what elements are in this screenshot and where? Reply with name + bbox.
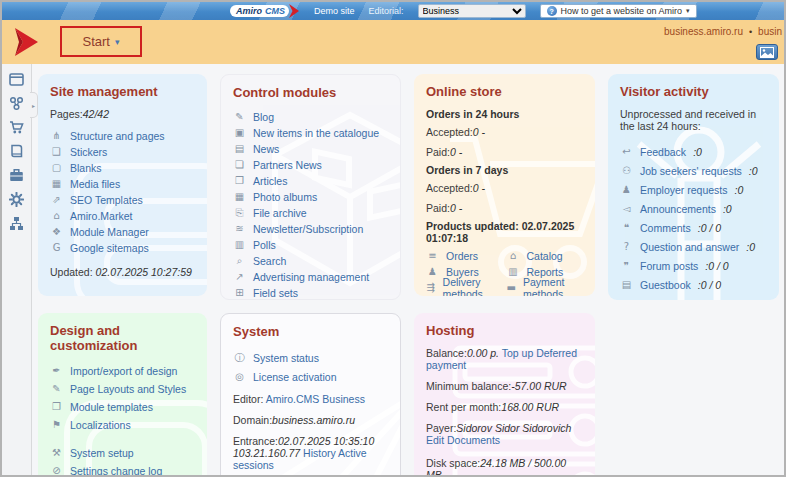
link-catalog[interactable]: ⌂Catalog xyxy=(507,248,584,264)
content-area: ▸ Site management Pages:42/42 ⋔Structure… xyxy=(2,64,784,477)
link-field-sets[interactable]: ⊞Field sets xyxy=(233,285,388,300)
sidebar-item-settings[interactable] xyxy=(9,191,25,207)
chart-icon: ⇗ xyxy=(50,195,63,205)
domain-link[interactable]: business.amiro.ru xyxy=(664,26,743,37)
panel-control-modules: Control modules ✎Blog ▣New items in the … xyxy=(220,74,401,300)
link-system-setup[interactable]: ⚒System setup xyxy=(50,444,195,462)
link-guestbook[interactable]: ▤Guestbook:0 / 0 xyxy=(620,275,767,294)
sidebar-item-structure[interactable] xyxy=(9,215,25,231)
link-file-archive[interactable]: ⎘File archive xyxy=(233,205,388,221)
sidebar-item-pages[interactable] xyxy=(9,143,25,159)
top-up-link[interactable]: Top up xyxy=(502,347,534,359)
link-localizations[interactable]: ⚑Localizations xyxy=(50,416,195,434)
start-menu-button[interactable]: Start ▾ xyxy=(60,26,142,57)
panel-title: System xyxy=(233,324,388,339)
link-google-sitemaps[interactable]: GGoogle sitemaps xyxy=(50,240,195,256)
link-orders[interactable]: ≡Orders xyxy=(426,248,503,264)
link-search[interactable]: ⌕Search xyxy=(233,253,388,269)
link-announcements[interactable]: ◅Announcements:0 xyxy=(620,199,767,218)
panel-design-customization: Design and customization ✒Import/export … xyxy=(38,313,207,477)
link-partners-news[interactable]: ❏Partners News xyxy=(233,157,388,173)
link-module-manager[interactable]: ❖Module Manager xyxy=(50,224,195,240)
documents-link[interactable]: Documents xyxy=(447,434,500,446)
link-payment-methods[interactable]: ▬Payment methods xyxy=(507,280,584,296)
link-page-layouts[interactable]: ✎Page Layouts and Styles xyxy=(50,380,195,398)
link-articles[interactable]: ❐Articles xyxy=(233,173,388,189)
site-domain-links: business.amiro.ru • busin xyxy=(664,26,782,37)
editorial-select[interactable]: Business xyxy=(418,4,526,18)
entrance-row: Entrance:02.07.2025 10:35:10 103.21.160.… xyxy=(233,435,388,471)
link-comments[interactable]: ❝Comments:0 / 0 xyxy=(620,218,767,237)
sitemap-icon xyxy=(9,216,24,231)
flag-icon: ⚑ xyxy=(50,420,63,430)
link-structure-and-pages[interactable]: ⋔Structure and pages xyxy=(50,128,195,144)
panel-title: Design and customization xyxy=(50,323,195,353)
link-job-seekers[interactable]: ⚇Job seekers' requests:0 xyxy=(620,161,767,180)
sidebar-item-modules[interactable] xyxy=(9,95,25,111)
pages-counter: Pages:42/42 xyxy=(50,108,195,120)
google-icon: G xyxy=(50,243,63,253)
link-license-activation[interactable]: ◎License activation xyxy=(233,367,388,386)
link-stickers[interactable]: ❑Stickers xyxy=(50,144,195,160)
link-feedback[interactable]: ↩Feedback:0 xyxy=(620,142,767,161)
link-seo-templates[interactable]: ⇗SEO Templates xyxy=(50,192,195,208)
link-question-answer[interactable]: ?Question and answer:0 xyxy=(620,237,767,256)
link-blanks[interactable]: ▢Blanks xyxy=(50,160,195,176)
separator-dot: • xyxy=(749,27,752,37)
qa-count: :0 xyxy=(746,241,755,253)
link-newsletter[interactable]: ≋Newsletter/Subscription xyxy=(233,221,388,237)
gear-icon xyxy=(9,192,24,207)
link-polls[interactable]: ▥Polls xyxy=(233,237,388,253)
link-blog[interactable]: ✎Blog xyxy=(233,109,388,125)
link-import-export-design[interactable]: ✒Import/export of design xyxy=(50,362,195,380)
modules-icon xyxy=(9,96,24,111)
panel-system: System ⓘSystem status ◎License activatio… xyxy=(220,313,401,477)
card-icon: ▬ xyxy=(507,283,516,293)
sidebar-item-site[interactable] xyxy=(9,71,25,87)
logo-arrow-icon xyxy=(289,4,300,18)
orders-7d-heading: Orders in 7 days xyxy=(426,164,583,176)
link-module-templates[interactable]: ❐Module templates xyxy=(50,398,195,416)
link-delivery-methods[interactable]: ⇶Delivery methods xyxy=(426,280,503,296)
help-button[interactable]: ? How to get a website on Amiro ▾ xyxy=(540,4,697,18)
amiro-cms-logo[interactable]: AmiroCMS xyxy=(230,4,300,18)
logo-cms-text: CMS xyxy=(265,5,289,17)
link-forum-posts[interactable]: ❞Forum posts:0 / 0 xyxy=(620,256,767,275)
rent-row: Rent per month:168.00 RUR xyxy=(426,401,583,413)
start-label: Start xyxy=(83,34,110,49)
editor-row: Editor: Amiro.CMS Business xyxy=(233,393,388,405)
link-media-files[interactable]: ▦Media files xyxy=(50,176,195,192)
sidebar-item-store[interactable] xyxy=(9,119,25,135)
start-bar: Start ▾ business.amiro.ru • busin xyxy=(2,20,784,64)
link-amiro-market[interactable]: ⌂Amiro.Market xyxy=(50,208,195,224)
link-advertising[interactable]: ↗Advertising management xyxy=(233,269,388,285)
panel-site-management: Site management Pages:42/42 ⋔Structure a… xyxy=(38,74,207,296)
domain-link-truncated[interactable]: busin xyxy=(758,26,782,37)
editor-link[interactable]: Amiro.CMS Business xyxy=(266,393,365,405)
edit-link[interactable]: Edit xyxy=(426,434,444,446)
wrench-icon: ⚒ xyxy=(50,448,63,458)
link-news[interactable]: ▤News xyxy=(233,141,388,157)
dashboard-grid: Site management Pages:42/42 ⋔Structure a… xyxy=(32,64,784,477)
guestbook-count: :0 / 0 xyxy=(698,279,721,291)
link-settings-change-log[interactable]: ⊘Settings change log xyxy=(50,462,195,477)
people-icon: ♟ xyxy=(426,267,439,277)
panel-title: Hosting xyxy=(426,323,583,338)
link-employer-requests[interactable]: ♟Employer requests:0 xyxy=(620,180,767,199)
link-photo-albums[interactable]: ▦Photo albums xyxy=(233,189,388,205)
panel-visitor-activity: Visitor activity Unprocessed and receive… xyxy=(608,74,779,300)
link-system-status[interactable]: ⓘSystem status xyxy=(233,348,388,367)
panel-title: Visitor activity xyxy=(620,84,767,99)
search-icon: ⌕ xyxy=(233,256,246,266)
sidebar-expand-handle[interactable]: ▸ xyxy=(30,92,38,118)
link-new-items-catalogue[interactable]: ▣New items in the catalogue xyxy=(233,125,388,141)
demo-site-link[interactable]: Demo site xyxy=(314,6,355,16)
rss-icon: ≋ xyxy=(233,224,246,234)
briefcase-icon: ⌂ xyxy=(50,211,63,221)
image-preview-button[interactable] xyxy=(756,44,778,60)
history-link[interactable]: History xyxy=(303,447,336,459)
megaphone-icon: ◅ xyxy=(620,204,633,214)
sidebar-item-market[interactable] xyxy=(9,167,25,183)
grid-icon: ⊞ xyxy=(233,288,246,298)
report-icon: ▥ xyxy=(507,267,520,277)
